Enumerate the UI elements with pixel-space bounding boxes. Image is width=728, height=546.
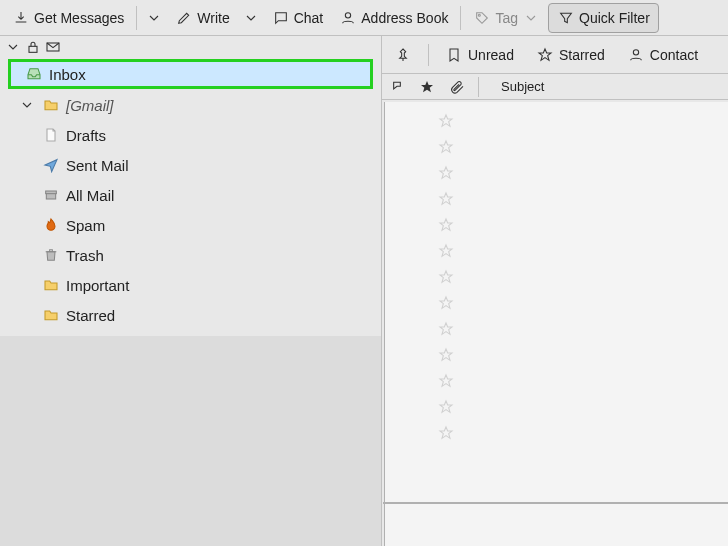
all-mail-label: All Mail [66, 187, 114, 204]
pin-icon [394, 46, 412, 64]
person-icon [339, 9, 357, 27]
sidebar-item-sent[interactable]: Sent Mail [0, 150, 381, 180]
separator [428, 44, 429, 66]
envelope-icon [44, 38, 62, 56]
sent-label: Sent Mail [66, 157, 129, 174]
svg-point-0 [346, 12, 351, 17]
svg-rect-2 [29, 46, 37, 52]
write-dropdown[interactable] [238, 5, 264, 31]
pencil-icon [175, 9, 193, 27]
unread-filter[interactable]: Unread [439, 42, 520, 68]
empty-star-icon[interactable] [437, 346, 455, 364]
sidebar-item-important[interactable]: Important [0, 270, 381, 300]
empty-star-icon[interactable] [437, 424, 455, 442]
flame-icon [42, 216, 60, 234]
account-row[interactable] [0, 36, 381, 58]
inbox-label: Inbox [49, 66, 86, 83]
get-messages-button[interactable]: Get Messages [4, 3, 132, 33]
svg-point-1 [479, 14, 481, 16]
empty-star-icon[interactable] [437, 138, 455, 156]
sidebar-item-starred[interactable]: Starred [0, 300, 381, 330]
archive-icon [42, 186, 60, 204]
chevron-down-icon [145, 9, 163, 27]
empty-star-icon[interactable] [437, 268, 455, 286]
sent-icon [42, 156, 60, 174]
sidebar-item-all-mail[interactable]: All Mail [0, 180, 381, 210]
empty-star-icon[interactable] [437, 112, 455, 130]
page-icon [42, 126, 60, 144]
address-book-button[interactable]: Address Book [331, 3, 456, 33]
empty-star-icon[interactable] [437, 242, 455, 260]
folder-icon [42, 276, 60, 294]
chevron-down-icon [4, 38, 22, 56]
preview-divider[interactable] [383, 502, 728, 504]
write-label: Write [197, 10, 229, 26]
sidebar-item-inbox[interactable]: Inbox [8, 59, 373, 89]
address-book-label: Address Book [361, 10, 448, 26]
quick-filter-button[interactable]: Quick Filter [548, 3, 659, 33]
download-icon [12, 9, 30, 27]
starred-filter-label: Starred [559, 47, 605, 63]
bookmark-icon [445, 46, 463, 64]
folder-icon [42, 306, 60, 324]
filter-icon [557, 9, 575, 27]
gmail-label: [Gmail] [66, 97, 114, 114]
empty-star-icon[interactable] [437, 294, 455, 312]
sidebar-item-gmail[interactable]: [Gmail] [0, 90, 381, 120]
trash-label: Trash [66, 247, 104, 264]
empty-star-icon[interactable] [437, 190, 455, 208]
star-column-icon[interactable] [418, 78, 436, 96]
contact-filter[interactable]: Contact [621, 42, 704, 68]
message-pane: Unread Starred Contact Subject [382, 36, 728, 546]
important-label: Important [66, 277, 129, 294]
subject-column[interactable]: Subject [501, 79, 544, 94]
empty-star-icon[interactable] [437, 398, 455, 416]
write-button[interactable]: Write [167, 3, 237, 33]
starred-label: Starred [66, 307, 115, 324]
tag-label: Tag [495, 10, 518, 26]
star-column [437, 112, 728, 442]
sidebar-blank [0, 336, 381, 546]
quick-filter-bar: Unread Starred Contact [382, 36, 728, 74]
empty-star-icon[interactable] [437, 320, 455, 338]
separator [136, 6, 137, 30]
unread-label: Unread [468, 47, 514, 63]
chevron-down-icon [522, 9, 540, 27]
message-list[interactable] [384, 102, 728, 546]
main-toolbar: Get Messages Write Chat Address Book Tag… [0, 0, 728, 36]
drafts-label: Drafts [66, 127, 106, 144]
sidebar-item-spam[interactable]: Spam [0, 210, 381, 240]
empty-star-icon[interactable] [437, 216, 455, 234]
pin-filter[interactable] [388, 42, 418, 68]
get-messages-label: Get Messages [34, 10, 124, 26]
tag-button[interactable]: Tag [465, 3, 548, 33]
lock-icon [24, 38, 42, 56]
get-messages-dropdown[interactable] [141, 5, 167, 31]
thread-icon[interactable] [388, 78, 406, 96]
contact-label: Contact [650, 47, 698, 63]
empty-star-icon[interactable] [437, 164, 455, 182]
attachment-icon[interactable] [448, 78, 466, 96]
chat-label: Chat [294, 10, 324, 26]
tag-icon [473, 9, 491, 27]
chat-button[interactable]: Chat [264, 3, 332, 33]
sidebar-item-trash[interactable]: Trash [0, 240, 381, 270]
chat-icon [272, 9, 290, 27]
person-icon [627, 46, 645, 64]
trash-icon [42, 246, 60, 264]
inbox-icon [25, 65, 43, 83]
chevron-down-icon [18, 96, 36, 114]
column-headers: Subject [382, 74, 728, 100]
sidebar-item-drafts[interactable]: Drafts [0, 120, 381, 150]
quick-filter-label: Quick Filter [579, 10, 650, 26]
separator [460, 6, 461, 30]
folder-sidebar: Inbox [Gmail] Drafts Sent Mail All Mail … [0, 36, 382, 546]
starred-filter[interactable]: Starred [530, 42, 611, 68]
spam-label: Spam [66, 217, 105, 234]
svg-rect-5 [46, 194, 55, 199]
empty-star-icon[interactable] [437, 372, 455, 390]
chevron-down-icon [242, 9, 260, 27]
folder-icon [42, 96, 60, 114]
star-icon [536, 46, 554, 64]
separator [478, 77, 479, 97]
